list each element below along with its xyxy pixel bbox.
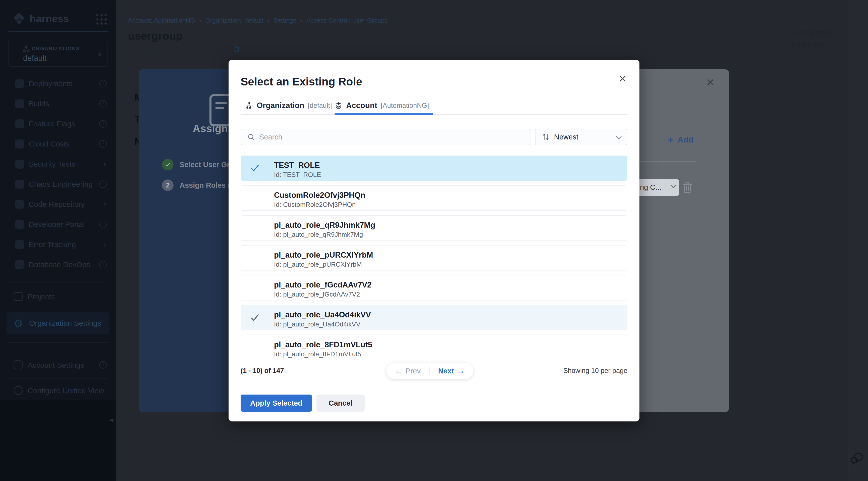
- role-id: Id: pl_auto_role_pURCXlYrbM: [274, 261, 362, 268]
- add-role-binding-button[interactable]: Add: [666, 135, 693, 145]
- role-id: Id: pl_auto_role_qR9Jhmk7Mg: [274, 231, 363, 239]
- tab-scope: [default]: [308, 102, 332, 110]
- role-list-item[interactable]: pl_auto_role_fGcdAAv7V2 Id: pl_auto_role…: [241, 275, 627, 300]
- breadcrumb-link[interactable]: Settings: [274, 17, 296, 24]
- role-list-item[interactable]: TEST_ROLE Id: TEST_ROLE: [241, 156, 627, 181]
- info-icon[interactable]: i: [99, 180, 107, 188]
- next-page-button[interactable]: Next →: [430, 367, 473, 375]
- role-list-item[interactable]: pl_auto_role_8FD1mVLut5 Id: pl_auto_role…: [241, 335, 627, 358]
- role-name: pl_auto_role_8FD1mVLut5: [274, 340, 372, 349]
- sidebar-divider: [8, 379, 108, 379]
- sidebar-item[interactable]: Code Repository ›: [0, 194, 116, 214]
- prev-page-button[interactable]: ← Prev: [386, 367, 430, 375]
- role-name: pl_auto_role_qR9Jhmk7Mg: [274, 221, 375, 230]
- sidebar-item[interactable]: Builds i: [0, 94, 116, 114]
- cancel-button[interactable]: Cancel: [316, 395, 365, 412]
- sidebar-item-organization-settings[interactable]: ⚙ Organization Settings: [6, 312, 110, 334]
- role-list-item[interactable]: pl_auto_role_pURCXlYrbM Id: pl_auto_role…: [241, 245, 627, 270]
- sidebar-item[interactable]: Database DevOps i: [0, 254, 116, 275]
- arrow-left-icon: ←: [395, 367, 402, 375]
- organizations-icon: [23, 46, 30, 52]
- role-id: Id: TEST_ROLE: [274, 171, 321, 179]
- wizard-panel-right: × Add ng C...: [640, 69, 729, 412]
- sort-dropdown[interactable]: Newest: [535, 129, 627, 145]
- sidebar-item-projects[interactable]: Projects: [0, 287, 116, 308]
- breadcrumb-link[interactable]: Organization: default: [205, 17, 263, 24]
- apply-selected-button[interactable]: Apply Selected: [241, 395, 312, 412]
- breadcrumb-separator-icon: ›: [199, 17, 202, 24]
- tab-organization[interactable]: Organization [default]: [245, 101, 332, 110]
- chevron-down-icon: [616, 136, 622, 140]
- sidebar-item[interactable]: Deployments i: [0, 73, 116, 94]
- sidebar: harness ORGANIZATIONS default › Deployme…: [0, 0, 116, 481]
- search-input[interactable]: [259, 130, 520, 144]
- account-layers-icon: [335, 101, 343, 110]
- builds-icon: [15, 99, 24, 108]
- step-done-check-icon: [162, 159, 174, 170]
- sidebar-item-label: Cloud Costs: [29, 140, 69, 148]
- sidebar-item-label: Developer Portal: [29, 220, 85, 229]
- last-updated: Last Updated 5 days ago: [791, 27, 832, 50]
- sidebar-item-label: Chaos Engineering: [29, 180, 93, 188]
- security-tests-icon: [15, 159, 24, 169]
- role-name: pl_auto_role_Ua4Od4ikVV: [274, 310, 371, 320]
- tabs-divider: [241, 114, 627, 115]
- sidebar-divider: [8, 342, 108, 343]
- role-list-item[interactable]: pl_auto_role_qR9Jhmk7Mg Id: pl_auto_role…: [241, 215, 627, 241]
- sidebar-item[interactable]: Developer Portal i: [0, 214, 116, 235]
- sidebar-item[interactable]: Chaos Engineering i: [0, 174, 116, 194]
- close-icon[interactable]: ×: [706, 74, 715, 90]
- app-grid-icon[interactable]: [96, 14, 107, 25]
- sidebar-item-account-settings[interactable]: Account Settings i: [0, 355, 116, 376]
- close-icon[interactable]: ×: [619, 72, 626, 85]
- per-page-label: Showing 10 per page: [563, 367, 627, 375]
- chevron-right-icon[interactable]: ›: [103, 200, 106, 209]
- check-icon: [250, 312, 260, 323]
- dialog-footer-divider: [241, 388, 627, 388]
- role-name: TEST_ROLE: [274, 161, 320, 170]
- breadcrumb-link[interactable]: Account: AutomationNG: [128, 17, 195, 24]
- org-selector-label: ORGANIZATIONS: [32, 46, 80, 52]
- nav-underline: [8, 31, 108, 32]
- resource-group-select[interactable]: ng C...: [640, 179, 679, 196]
- pagination-range: (1 - 10) of 147: [241, 367, 284, 375]
- info-icon[interactable]: i: [99, 261, 107, 268]
- org-selector[interactable]: ORGANIZATIONS default ›: [8, 40, 108, 67]
- sidebar-item-label: Code Repository: [29, 200, 85, 209]
- chevron-right-icon[interactable]: ›: [103, 159, 106, 169]
- sidebar-item-configure-unified-view[interactable]: Configure Unified View: [0, 381, 116, 401]
- sidebar-item[interactable]: Feature Flags i: [0, 114, 116, 134]
- sidebar-item-label: Account Settings: [28, 361, 84, 369]
- sidebar-nav: Deployments i Builds i Feature Flags i: [0, 73, 116, 275]
- error-tracking-icon: [15, 240, 24, 249]
- sidebar-collapse-icon[interactable]: ◂: [110, 415, 113, 424]
- chevron-right-icon[interactable]: ›: [103, 240, 106, 249]
- cloud-costs-icon: [15, 140, 24, 149]
- info-icon[interactable]: i: [99, 100, 107, 108]
- info-icon[interactable]: i: [99, 120, 107, 128]
- organization-hierarchy-icon: [245, 101, 253, 110]
- info-icon[interactable]: i: [99, 140, 107, 148]
- copy-icon[interactable]: [232, 45, 240, 53]
- tab-account[interactable]: Account [AutomationNG]: [335, 101, 429, 110]
- database-devops-icon: [15, 260, 24, 269]
- info-icon[interactable]: i: [99, 80, 107, 87]
- check-icon: [250, 163, 260, 173]
- wrench-icon: [13, 386, 23, 395]
- sidebar-item[interactable]: Security Tests ›: [0, 154, 116, 174]
- sidebar-item[interactable]: Cloud Costs i: [0, 134, 116, 154]
- support-chat-icon[interactable]: [850, 451, 865, 467]
- sidebar-item[interactable]: Error Tracking ›: [0, 235, 116, 254]
- role-name: CustomRole2Ofvj3PHQn: [274, 191, 365, 200]
- divider: [640, 161, 696, 162]
- role-list-item[interactable]: pl_auto_role_Ua4Od4ikVV Id: pl_auto_role…: [241, 305, 627, 330]
- role-id: Id: CustomRole2Ofvj3PHQn: [274, 201, 355, 209]
- breadcrumb-link[interactable]: Access Control: User Groups: [306, 17, 388, 24]
- sidebar-item-label: Deployments: [29, 80, 72, 88]
- feature-flags-icon: [15, 119, 24, 128]
- active-tab-indicator: [335, 113, 433, 115]
- info-icon[interactable]: i: [99, 361, 107, 369]
- info-icon[interactable]: i: [99, 221, 107, 228]
- role-list-item[interactable]: CustomRole2Ofvj3PHQn Id: CustomRole2Ofvj…: [241, 185, 627, 211]
- trash-icon[interactable]: [682, 181, 693, 194]
